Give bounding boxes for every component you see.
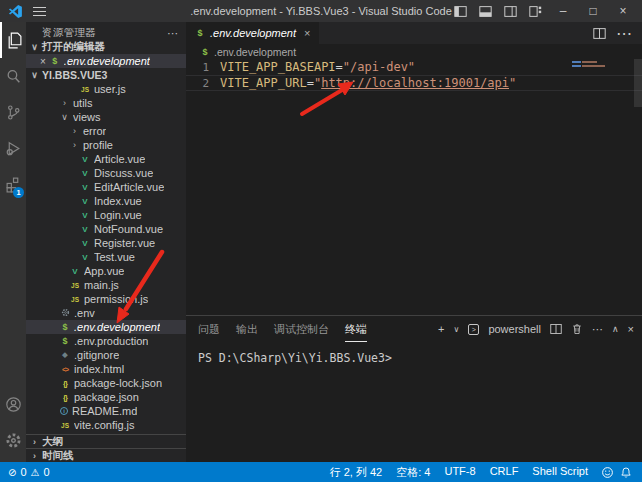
panel-tab-问题[interactable]: 问题 (198, 316, 220, 342)
tree-item-label: App.vue (84, 265, 124, 277)
status-item[interactable]: 空格: 4 (389, 465, 437, 480)
search-icon[interactable] (0, 58, 26, 94)
tree-item-index.html[interactable]: <>index.html (26, 362, 186, 376)
tree-item-error[interactable]: ›error (26, 124, 186, 138)
notifications-bell-icon[interactable] (620, 466, 632, 479)
panel-tab-终端[interactable]: 终端 (345, 316, 367, 342)
tree-item-.env.development[interactable]: $.env.development (26, 320, 186, 334)
timeline-section[interactable]: › 时间线 (26, 448, 186, 462)
minimap[interactable] (572, 61, 618, 69)
breadcrumb-file: .env.development (214, 46, 296, 58)
tree-item-permission.js[interactable]: JSpermission.js (26, 292, 186, 306)
diamond-file-icon: ◆ (60, 351, 70, 359)
toggle-secondary-sidebar-icon[interactable] (504, 5, 517, 18)
tree-item-label: Article.vue (94, 153, 145, 165)
terminal-dropdown-icon[interactable]: ∨ (454, 325, 460, 334)
shell-label[interactable]: powershell (488, 323, 541, 335)
split-editor-icon[interactable] (593, 27, 606, 40)
tree-item-label: Test.vue (94, 251, 135, 263)
trash-icon[interactable] (571, 323, 583, 335)
panel-more-icon[interactable]: ⋯ (592, 323, 603, 336)
equals-sign: = (336, 60, 343, 74)
tree-item-views[interactable]: ∨views (26, 110, 186, 124)
extensions-icon[interactable]: 1 (0, 166, 26, 202)
tree-item-.gitignore[interactable]: ◆.gitignore (26, 348, 186, 362)
vscode-window: .env.development - Yi.BBS.Vue3 - Visual … (0, 0, 642, 482)
feedback-icon[interactable] (601, 466, 614, 479)
open-editors-header[interactable]: ∨ 打开的编辑器 (26, 40, 186, 54)
outline-section[interactable]: › 大纲 (26, 434, 186, 448)
split-terminal-icon[interactable] (550, 323, 562, 335)
menu-icon[interactable] (33, 7, 46, 16)
open-editor-item[interactable]: × $ .env.development (26, 54, 186, 68)
vue-file-icon: V (80, 169, 90, 178)
run-debug-icon[interactable] (0, 130, 26, 166)
tree-item-Register.vue[interactable]: VRegister.vue (26, 236, 186, 250)
tree-item-.env[interactable]: .env (26, 306, 186, 320)
breadcrumb[interactable]: $ .env.development (186, 44, 642, 59)
tree-item-App.vue[interactable]: VApp.vue (26, 264, 186, 278)
explorer-icon[interactable] (0, 22, 26, 58)
warnings-count: 0 (43, 466, 49, 478)
tree-item-package-lock.json[interactable]: {}package-lock.json (26, 376, 186, 390)
tab-close-icon[interactable]: × (304, 27, 310, 39)
explorer-more-icon[interactable]: ⋯ (167, 27, 178, 39)
source-control-icon[interactable] (0, 94, 26, 130)
js-file-icon: JS (70, 296, 80, 303)
tree-item-main.js[interactable]: JSmain.js (26, 278, 186, 292)
maximize-button[interactable]: □ (584, 4, 602, 18)
url-link[interactable]: http://localhost:19001/api (321, 76, 509, 90)
tree-item-Test.vue[interactable]: VTest.vue (26, 250, 186, 264)
json-file-icon: {} (60, 393, 70, 402)
account-icon[interactable] (0, 386, 26, 422)
close-button[interactable]: × (614, 4, 632, 18)
js-file-icon: JS (70, 282, 80, 289)
status-item[interactable]: CRLF (483, 465, 526, 480)
vue-file-icon: V (80, 253, 90, 262)
tree-item-README.md[interactable]: iREADME.md (26, 404, 186, 418)
status-item[interactable]: UTF-8 (437, 465, 482, 480)
tree-item-profile[interactable]: ›profile (26, 138, 186, 152)
problems-status[interactable]: ⊘ 0 ⚠ 0 (8, 466, 50, 478)
status-item[interactable]: 行 2, 列 42 (323, 465, 390, 480)
tree-item-label: error (83, 125, 106, 137)
editor-scrollbar[interactable] (634, 59, 642, 107)
tree-item-EditArticle.vue[interactable]: VEditArticle.vue (26, 180, 186, 194)
toggle-sidebar-icon[interactable] (454, 5, 467, 18)
tree-item-vite.config.js[interactable]: JSvite.config.js (26, 418, 186, 432)
tree-item-label: profile (83, 139, 113, 151)
toggle-panel-icon[interactable] (479, 5, 492, 18)
file-tree: JSuser.js›utils∨views›error›profileVArti… (26, 82, 186, 432)
tree-item-Article.vue[interactable]: VArticle.vue (26, 152, 186, 166)
tree-item-NotFound.vue[interactable]: VNotFound.vue (26, 222, 186, 236)
customize-layout-icon[interactable] (529, 5, 542, 18)
warnings-icon: ⚠ (31, 467, 40, 478)
code-line-2[interactable]: 2VITE_APP_URL="http://localhost:19001/ap… (186, 75, 642, 91)
maximize-panel-icon[interactable]: ∧ (612, 324, 619, 334)
tree-item-Index.vue[interactable]: VIndex.vue (26, 194, 186, 208)
settings-gear-icon[interactable] (0, 422, 26, 458)
project-header[interactable]: ∨ YI.BBS.VUE3 (26, 68, 186, 82)
status-item[interactable]: Shell Script (525, 465, 595, 480)
panel-tabs: 问题输出调试控制台终端 (198, 316, 367, 342)
new-terminal-icon[interactable]: + (438, 323, 444, 335)
tree-item-user.js[interactable]: JSuser.js (26, 82, 186, 96)
tree-item-label: Discuss.vue (94, 167, 153, 179)
tree-item-Discuss.vue[interactable]: VDiscuss.vue (26, 166, 186, 180)
minimize-button[interactable]: – (554, 4, 572, 18)
editor-more-icon[interactable]: ⋯ (616, 24, 632, 43)
close-editor-icon[interactable]: × (40, 56, 46, 67)
code-editor[interactable]: 1VITE_APP_BASEAPI="/api-dev"2VITE_APP_UR… (186, 59, 642, 315)
panel-tab-输出[interactable]: 输出 (236, 316, 258, 342)
tree-item-Login.vue[interactable]: VLogin.vue (26, 208, 186, 222)
chevron-right-icon: › (30, 437, 39, 447)
tree-item-label: Register.vue (94, 237, 155, 249)
panel-tab-调试控制台[interactable]: 调试控制台 (274, 316, 329, 342)
tab-env-development[interactable]: $ .env.development × (186, 22, 319, 44)
close-panel-icon[interactable]: × (628, 323, 634, 335)
tree-item-utils[interactable]: ›utils (26, 96, 186, 110)
terminal-output[interactable]: PS D:\CSharp\Yi\Yi.BBS.Vue3> (186, 342, 642, 365)
tree-item-package.json[interactable]: {}package.json (26, 390, 186, 404)
gear-file-icon (60, 307, 70, 319)
tree-item-.env.production[interactable]: $.env.production (26, 334, 186, 348)
